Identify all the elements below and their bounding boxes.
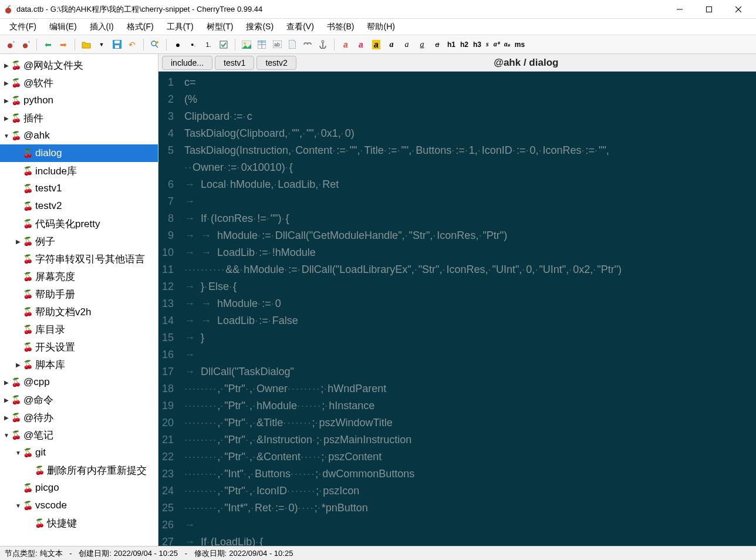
code-editor[interactable]: 1234567891011121314151617181920212223242… <box>158 72 756 546</box>
tree-item-8[interactable]: 🍒testv2 <box>0 197 158 215</box>
bold-icon[interactable]: a <box>385 38 398 51</box>
tree-arrow-icon[interactable]: ▶ <box>14 238 22 245</box>
code-line[interactable]: → → hModule·:=·0 <box>184 295 751 312</box>
code-line[interactable]: → <box>184 346 751 363</box>
code-line[interactable]: → DllCall("TaskDialog" <box>184 363 751 380</box>
codebox-icon[interactable]: ab <box>271 38 284 51</box>
tree-item-26[interactable]: 🍒快捷键 <box>0 514 158 532</box>
tree-arrow-icon[interactable]: ▶ <box>2 80 11 86</box>
menu-5[interactable]: 树型(T) <box>201 20 239 34</box>
code-line[interactable]: ········,·"Ptr"·,·&Content·····;·pszCont… <box>184 448 751 465</box>
code-line[interactable]: → }·Else·{ <box>184 278 751 295</box>
bg-color-icon[interactable]: a <box>355 38 367 51</box>
checklist-icon[interactable] <box>217 38 230 51</box>
open-folder-icon[interactable] <box>80 38 93 51</box>
tree-arrow-icon[interactable]: ▶ <box>14 362 22 368</box>
tree-item-9[interactable]: 🍒代码美化pretty <box>0 215 158 232</box>
ordered-list-icon[interactable]: 1. <box>202 38 215 51</box>
tree-item-24[interactable]: 🍒picgo <box>0 479 158 497</box>
menu-9[interactable]: 帮助(H) <box>361 20 400 34</box>
add-red-node-icon[interactable]: + <box>4 38 16 51</box>
breadcrumb-item-2[interactable]: testv2 <box>256 56 296 70</box>
tree-arrow-icon[interactable]: ▶ <box>2 397 11 403</box>
minimize-button[interactable] <box>670 2 689 16</box>
bullet-large-icon[interactable]: ● <box>171 38 184 51</box>
tree-item-1[interactable]: ▶🍒@软件 <box>0 74 158 92</box>
code-line[interactable]: → <box>184 193 751 210</box>
menu-7[interactable]: 查看(V) <box>281 20 320 34</box>
tree-item-19[interactable]: ▶🍒@命令 <box>0 391 158 409</box>
code-line[interactable]: ··········&&·hModule·:=·DllCall("LoadLib… <box>184 261 751 278</box>
tree-item-21[interactable]: ▼🍒@笔记 <box>0 426 158 444</box>
code-line[interactable]: → } <box>184 329 751 346</box>
subscript-icon[interactable]: aₛ <box>503 40 511 49</box>
tree-arrow-icon[interactable]: ▶ <box>2 62 11 69</box>
tree-item-13[interactable]: 🍒帮助手册 <box>0 285 158 303</box>
breadcrumb-item-0[interactable]: include... <box>162 56 212 70</box>
strikethrough-icon[interactable]: a <box>431 38 444 51</box>
nav-forward-icon[interactable]: ➡ <box>57 38 70 51</box>
code-line[interactable]: → If·(LoadLib)·{ <box>184 534 751 546</box>
insert-image-icon[interactable] <box>240 38 253 51</box>
close-button[interactable] <box>729 2 748 16</box>
tree-arrow-icon[interactable]: ▶ <box>2 115 11 122</box>
tree-item-10[interactable]: ▶🍒例子 <box>0 232 158 250</box>
undo-icon[interactable]: ↶ <box>126 38 139 51</box>
tree-item-4[interactable]: ▼🍒@ahk <box>0 127 158 144</box>
code-line[interactable]: ········,·"Int"·,·Buttons······;·dwCommo… <box>184 465 751 483</box>
tree-arrow-icon[interactable]: ▼ <box>2 133 11 139</box>
code-line[interactable]: → → LoadLib·:=·False <box>184 312 751 329</box>
tree-arrow-icon[interactable]: ▶ <box>2 414 11 421</box>
menu-0[interactable]: 文件(F) <box>4 20 42 34</box>
dropdown-icon[interactable]: ▼ <box>95 38 108 51</box>
heading-h2[interactable]: h2 <box>459 41 470 49</box>
tree-item-25[interactable]: ▼🍒vscode <box>0 497 158 514</box>
menu-8[interactable]: 书签(B) <box>321 20 360 34</box>
tree-item-0[interactable]: ▶🍒@网站文件夹 <box>0 56 158 74</box>
tree-item-22[interactable]: ▼🍒git <box>0 444 158 461</box>
code-line[interactable]: Clipboard·:=·c <box>184 108 751 125</box>
tree-arrow-icon[interactable]: ▼ <box>14 502 22 509</box>
save-icon[interactable] <box>110 38 123 51</box>
small-s[interactable]: s <box>485 40 490 49</box>
maximize-button[interactable] <box>700 2 718 16</box>
bullet-small-icon[interactable]: ●. <box>187 38 200 51</box>
code-line[interactable]: → Local·hModule,·LoadLib,·Ret <box>184 176 751 193</box>
superscript-icon[interactable]: aˢ <box>492 40 501 49</box>
tree-item-14[interactable]: 🍒帮助文档v2h <box>0 303 158 321</box>
code-line[interactable]: ········,·"Ptr"·,·hModule······;·hInstan… <box>184 397 751 414</box>
tree-item-12[interactable]: 🍒屏幕亮度 <box>0 268 158 285</box>
insert-link-icon[interactable] <box>301 38 314 51</box>
tree-arrow-icon[interactable]: ▶ <box>2 379 11 386</box>
tree-arrow-icon[interactable]: ▼ <box>14 450 22 456</box>
tree-item-18[interactable]: ▶🍒@cpp <box>0 373 158 391</box>
tree-item-15[interactable]: 🍒库目录 <box>0 321 158 338</box>
menu-6[interactable]: 搜索(S) <box>240 20 279 34</box>
insert-table-icon[interactable] <box>255 38 268 51</box>
code-line[interactable]: → → hModule·:=·DllCall("GetModuleHandle"… <box>184 227 751 244</box>
fg-color-icon[interactable]: a <box>339 38 352 51</box>
italic-icon[interactable]: a <box>400 38 413 51</box>
underline-icon[interactable]: a <box>416 38 428 51</box>
tree-item-16[interactable]: 🍒开头设置 <box>0 338 158 356</box>
find-replace-icon[interactable] <box>148 38 161 51</box>
code-line[interactable]: → If·(IconRes·!=·"")·{ <box>184 210 751 227</box>
heading-h3[interactable]: h3 <box>472 41 482 49</box>
tree-arrow-icon[interactable]: ▶ <box>2 97 11 104</box>
menu-4[interactable]: 工具(T) <box>161 20 200 34</box>
add-child-node-icon[interactable]: + <box>19 38 32 51</box>
code-line[interactable]: TaskDialog(Instruction,·Content·:=·"",·T… <box>184 142 751 159</box>
tree-arrow-icon[interactable]: ▼ <box>2 432 11 438</box>
tree-item-7[interactable]: 🍒testv1 <box>0 180 158 197</box>
tree-item-23[interactable]: 🍒删除所有内存重新提交 <box>0 461 158 479</box>
tree-item-17[interactable]: ▶🍒脚本库 <box>0 356 158 373</box>
anchor-icon[interactable] <box>316 38 329 51</box>
code-line[interactable]: (% <box>184 91 751 108</box>
code-line[interactable]: ········,·"Ptr"·,·&Instruction·;·pszMain… <box>184 431 751 448</box>
tree-item-6[interactable]: 🍒include库 <box>0 162 158 180</box>
tree-item-11[interactable]: 🍒字符串转双引号其他语言 <box>0 250 158 268</box>
code-line[interactable]: ········,·"Ptr"·,·Owner········;·hWndPar… <box>184 380 751 397</box>
code-line[interactable]: ········,·"Ptr"·,·&Title·······;·pszWind… <box>184 414 751 431</box>
code-line[interactable]: → <box>184 517 751 534</box>
heading-h1[interactable]: h1 <box>446 41 457 49</box>
